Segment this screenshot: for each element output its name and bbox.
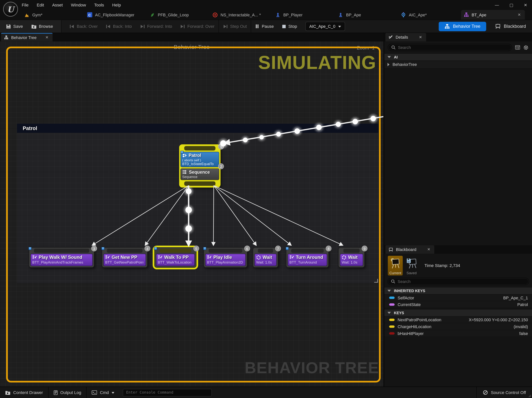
close-button[interactable]: ✕ bbox=[524, 2, 527, 7]
tab-ns-interactable[interactable]: NS_Interactable_A... * bbox=[210, 10, 273, 20]
tab-pfb-glide-loop[interactable]: PFB_Glide_Loop bbox=[147, 10, 210, 20]
key-row-bhashitplayer[interactable]: bHasHitPlayer false bbox=[384, 330, 532, 337]
key-type-object-icon bbox=[389, 296, 395, 299]
minimize-button[interactable]: — bbox=[495, 2, 499, 7]
browse-button[interactable]: Browse bbox=[27, 20, 57, 33]
node-input-pin[interactable] bbox=[343, 249, 360, 253]
details-search[interactable] bbox=[388, 44, 512, 51]
stop-button[interactable]: Stop bbox=[278, 20, 301, 33]
inherited-keys-header[interactable]: INHERITED KEYS bbox=[384, 287, 532, 294]
blackboard-view-saved[interactable]: Saved bbox=[404, 256, 419, 275]
tab-bp-ape[interactable]: BP_Ape bbox=[336, 10, 398, 20]
right-panel: Details ✕ AI bbox=[383, 33, 532, 387]
node-output-pin[interactable] bbox=[184, 182, 215, 186]
back-into-button[interactable]: Back: Into bbox=[102, 20, 136, 33]
key-row-selfactor[interactable]: SelfActor BP_Ape_C_1 bbox=[384, 295, 532, 301]
behavior-tree-mode-button[interactable]: Behavior Tree bbox=[439, 21, 486, 31]
source-control-button[interactable]: Source Control Off bbox=[476, 387, 532, 398]
node-input-pin[interactable] bbox=[258, 249, 273, 253]
menu-tools[interactable]: Tools bbox=[94, 2, 104, 7]
details-search-input[interactable] bbox=[398, 45, 509, 50]
behavior-tree-graph-panel: Behavior Tree ✕ Behavior Tree Zoom -1 SI… bbox=[0, 33, 383, 387]
forward-into-icon bbox=[140, 24, 145, 29]
tab-gym[interactable]: Gym* bbox=[22, 10, 84, 20]
save-button[interactable]: Save bbox=[2, 20, 27, 33]
output-log-button[interactable]: Output Log bbox=[48, 387, 86, 398]
tab-behavior-tree-document[interactable]: Behavior Tree ✕ bbox=[1, 33, 52, 41]
saved-blackboard-icon bbox=[404, 256, 419, 271]
details-row-behaviortree[interactable]: BehaviorTree bbox=[384, 61, 532, 69]
node-input-pin[interactable] bbox=[159, 249, 191, 253]
menu-asset[interactable]: Asset bbox=[52, 2, 63, 7]
chevron-down-icon bbox=[338, 26, 341, 29]
blackboard-search-input[interactable] bbox=[398, 279, 526, 284]
breakpoint-chip-icon bbox=[29, 247, 32, 250]
menu-window[interactable]: Window bbox=[71, 2, 86, 7]
menu-help[interactable]: Help bbox=[112, 2, 121, 7]
execution-index-badge: 5 bbox=[193, 246, 199, 251]
node-input-pin[interactable] bbox=[291, 249, 324, 253]
tab-ac-flipbookmanager[interactable]: C AC_FlipbookManager bbox=[84, 10, 147, 20]
details-section-ai[interactable]: AI bbox=[384, 53, 532, 61]
debug-object-dropdown[interactable]: AIC_Ape_C_0 bbox=[305, 22, 345, 31]
tab-blackboard[interactable]: Blackboard ✕ bbox=[385, 245, 434, 254]
execution-index-badge: 6 bbox=[244, 246, 250, 251]
blackboard-mode-button[interactable]: Blackboard bbox=[495, 23, 526, 29]
close-icon[interactable]: ✕ bbox=[419, 35, 422, 39]
comment-box-header[interactable]: Patrol bbox=[17, 124, 378, 133]
close-icon[interactable]: ✕ bbox=[427, 247, 430, 252]
key-type-enum-icon bbox=[389, 303, 395, 306]
decorator-patrol[interactable]: Patrol ( aborts self ) BTD_IsStateEqualT… bbox=[181, 152, 219, 167]
key-row-currentstate[interactable]: CurrentState Patrol bbox=[384, 301, 532, 308]
node-turn-around[interactable]: 8 Turn Around BTT_TurnAround bbox=[286, 247, 329, 268]
node-patrol-sequence[interactable]: 1 2 Patrol ( aborts self ) BTD_IsStateEq… bbox=[179, 144, 221, 188]
blackboard-search[interactable] bbox=[387, 278, 529, 285]
key-row-nextpatrolpointlocation[interactable]: NextPatrolPointLocation X=5920.000 Y=0.0… bbox=[384, 317, 532, 324]
node-play-idle[interactable]: 6 Play Idle BTT_PlayAnimation2D bbox=[203, 247, 247, 268]
sequence-icon bbox=[182, 170, 187, 174]
stop-icon bbox=[282, 24, 286, 28]
forward-into-button[interactable]: Forward: Into bbox=[136, 20, 176, 33]
decorator-abort-mode: ( aborts self ) bbox=[182, 158, 218, 162]
close-icon[interactable]: ✕ bbox=[518, 13, 521, 17]
breakpoint-chip-icon bbox=[154, 247, 157, 250]
display-filter-icon[interactable] bbox=[515, 45, 520, 50]
node-walk-to-pp[interactable]: 5 Walk To PP BTT_WalkToLocation bbox=[154, 247, 196, 268]
forward-over-button[interactable]: Forward: Over bbox=[176, 20, 219, 33]
content-drawer-button[interactable]: Content Drawer bbox=[0, 387, 48, 398]
flipbook-icon bbox=[150, 12, 155, 18]
node-wait-2[interactable]: 9 Wait Wait: 1.0s bbox=[338, 247, 365, 268]
tab-bp-player[interactable]: BP_Player bbox=[273, 10, 336, 20]
step-out-button[interactable]: Step Out bbox=[219, 20, 251, 33]
composite-sequence[interactable]: Sequence Sequence bbox=[181, 169, 219, 180]
node-input-pin[interactable] bbox=[209, 249, 242, 253]
blackboard-view-current[interactable]: Current bbox=[388, 256, 403, 275]
source-control-off-icon bbox=[483, 390, 488, 395]
menu-file[interactable]: File bbox=[22, 2, 29, 7]
execution-index-badge: 3 bbox=[91, 246, 97, 251]
node-input-pin[interactable] bbox=[34, 249, 89, 253]
pause-button[interactable]: Pause bbox=[251, 20, 278, 33]
menu-edit[interactable]: Edit bbox=[37, 2, 44, 7]
tab-aic-ape[interactable]: AIC_Ape* bbox=[398, 10, 461, 20]
node-input-pin[interactable] bbox=[184, 146, 215, 150]
back-over-button[interactable]: Back: Over bbox=[66, 20, 102, 33]
cmd-dropdown[interactable]: Cmd bbox=[87, 387, 120, 398]
content-drawer-icon bbox=[5, 390, 11, 395]
maximize-button[interactable]: ▢ bbox=[510, 2, 513, 7]
tab-details[interactable]: Details ✕ bbox=[385, 33, 426, 41]
close-icon[interactable]: ✕ bbox=[45, 35, 49, 40]
node-play-walk-w-sound[interactable]: 3 Play Walk W/ Sound BTT_PlayAnimAndTrac… bbox=[29, 247, 94, 268]
composite-subtitle: Sequence bbox=[182, 175, 218, 179]
key-row-chargehitlocation[interactable]: ChargeHitLocation (invalid) bbox=[384, 323, 532, 330]
node-input-pin[interactable] bbox=[107, 249, 142, 253]
keys-header[interactable]: KEYS bbox=[384, 309, 532, 316]
node-get-new-pp[interactable]: 4 Get New PP BTT_GetNewPatrolPoint bbox=[102, 247, 148, 268]
comment-resize-handle[interactable] bbox=[374, 279, 378, 283]
gear-icon[interactable] bbox=[523, 45, 529, 50]
chevron-down-icon bbox=[387, 290, 391, 292]
tab-bt-ape[interactable]: BT_Ape ✕ bbox=[461, 10, 525, 20]
node-wait-1[interactable]: 7 Wait Wait: 1.0s bbox=[253, 247, 278, 268]
graph-viewport[interactable]: Behavior Tree Zoom -1 SIMULATING BEHAVIO… bbox=[0, 41, 383, 387]
console-command-input[interactable] bbox=[123, 389, 211, 396]
